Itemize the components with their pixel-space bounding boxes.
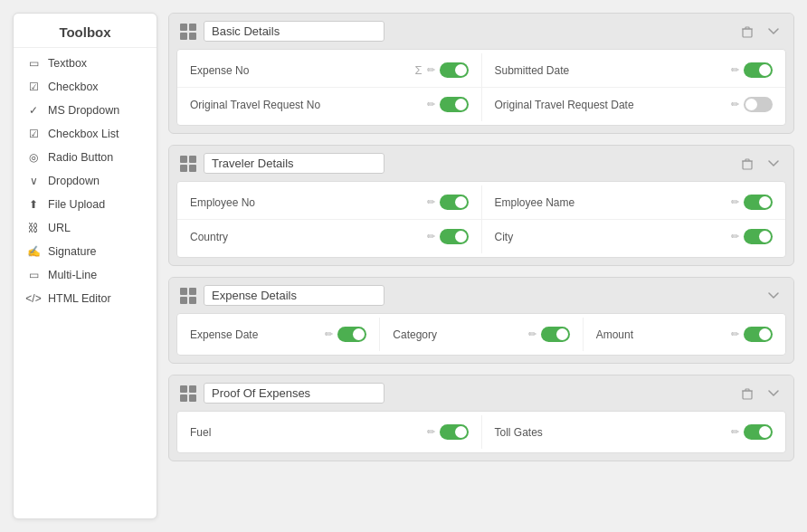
section-title-input-traveler-details[interactable]	[204, 153, 385, 174]
field-submitted-date: Submitted Date ✏	[482, 53, 786, 87]
collapse-button-expense-details[interactable]	[764, 290, 783, 301]
checkbox-list-icon: ☑	[26, 127, 41, 141]
section-title-input-basic-details[interactable]	[204, 21, 385, 42]
edit-icon-fuel[interactable]: ✏	[427, 426, 435, 438]
fields-area-basic-details: Expense No Σ ✏ Submitted Date ✏	[176, 49, 786, 126]
fields-row-traveler-0: Employee No ✏ Employee Name ✏	[177, 185, 785, 220]
section-actions-traveler-details	[737, 156, 783, 172]
edit-icon-toll-gates[interactable]: ✏	[731, 426, 739, 438]
field-actions-country: ✏	[427, 229, 469, 244]
section-header-expense-details	[169, 278, 793, 313]
field-label-submitted-date: Submitted Date	[495, 64, 726, 77]
toggle-amount[interactable]	[744, 327, 773, 342]
toggle-expense-date[interactable]	[337, 327, 366, 342]
field-actions-original-travel-date: ✏	[731, 97, 773, 112]
toolbox-label-checkbox-list: Checkbox List	[48, 128, 119, 140]
field-actions-employee-no: ✏	[427, 195, 469, 210]
field-label-employee-no: Employee No	[190, 196, 422, 209]
edit-icon-original-travel-date[interactable]: ✏	[731, 99, 739, 110]
toolbox-item-dropdown[interactable]: ∨ Dropdown	[14, 169, 157, 193]
section-actions-proof-of-expenses	[737, 385, 783, 402]
edit-icon-category[interactable]: ✏	[528, 328, 536, 340]
edit-icon-city[interactable]: ✏	[731, 231, 739, 242]
toolbox-item-checkbox[interactable]: ☑ Checkbox	[14, 75, 157, 99]
toolbox-item-checkbox-list[interactable]: ☑ Checkbox List	[14, 122, 157, 146]
svg-rect-1	[743, 161, 752, 169]
edit-icon-expense-no[interactable]: ✏	[427, 64, 435, 76]
delete-button-traveler-details[interactable]	[737, 156, 757, 172]
dropdown-icon: ∨	[26, 174, 41, 188]
field-label-expense-date: Expense Date	[190, 328, 319, 341]
field-toll-gates: Toll Gates ✏	[482, 415, 786, 449]
collapse-button-basic-details[interactable]	[764, 26, 783, 37]
signature-icon: ✍	[26, 244, 41, 259]
toolbox-item-multi-line[interactable]: ▭ Multi-Line	[14, 263, 157, 287]
edit-icon-original-travel-no[interactable]: ✏	[427, 99, 435, 110]
section-title-input-proof-of-expenses[interactable]	[204, 383, 385, 404]
section-traveler-details: Employee No ✏ Employee Name ✏ Countr	[168, 145, 794, 266]
toggle-country[interactable]	[440, 229, 469, 244]
section-actions-expense-details	[764, 290, 783, 301]
toggle-employee-no[interactable]	[440, 195, 469, 210]
field-country: Country ✏	[177, 220, 482, 253]
toolbox-item-ms-dropdown[interactable]: ✓ MS Dropdown	[14, 99, 157, 122]
toggle-original-travel-no[interactable]	[440, 97, 469, 112]
toolbox-item-signature[interactable]: ✍ Signature	[14, 240, 157, 263]
field-label-original-travel-date: Original Travel Request Date	[495, 99, 726, 111]
toggle-original-travel-date[interactable]	[744, 97, 773, 112]
section-grid-icon-proof-of-expenses	[180, 385, 196, 402]
toggle-employee-name[interactable]	[744, 195, 773, 210]
edit-icon-amount[interactable]: ✏	[731, 328, 739, 340]
collapse-button-traveler-details[interactable]	[764, 158, 783, 169]
field-fuel: Fuel ✏	[177, 415, 482, 449]
field-expense-date: Expense Date ✏	[177, 318, 380, 351]
field-actions-amount: ✏	[731, 327, 773, 342]
section-grid-icon-expense-details	[180, 288, 196, 304]
toggle-category[interactable]	[541, 327, 570, 342]
section-title-input-expense-details[interactable]	[204, 285, 385, 306]
toggle-expense-no[interactable]	[440, 62, 469, 78]
toolbox-item-html-editor[interactable]: </> HTML Editor	[14, 287, 157, 310]
toggle-city[interactable]	[744, 229, 773, 244]
textbox-icon: ▭	[26, 56, 41, 71]
checkbox-icon: ☑	[26, 80, 41, 94]
field-label-expense-no: Expense No	[190, 64, 409, 77]
section-header-traveler-details	[169, 146, 793, 181]
sigma-icon[interactable]: Σ	[414, 63, 422, 77]
field-actions-category: ✏	[528, 327, 570, 342]
toolbox-item-file-upload[interactable]: ⬆ File Upload	[14, 193, 157, 216]
field-expense-no: Expense No Σ ✏	[177, 53, 482, 87]
fields-row-0: Expense No Σ ✏ Submitted Date ✏	[177, 53, 785, 88]
toolbox-item-radio-button[interactable]: ◎ Radio Button	[14, 146, 157, 169]
field-label-amount: Amount	[596, 328, 726, 341]
toggle-toll-gates[interactable]	[744, 424, 773, 440]
edit-icon-expense-date[interactable]: ✏	[325, 328, 333, 340]
edit-icon-employee-no[interactable]: ✏	[427, 196, 435, 208]
fields-row-1: Original Travel Request No ✏ Original Tr…	[177, 88, 785, 121]
toggle-fuel[interactable]	[440, 424, 469, 440]
field-label-toll-gates: Toll Gates	[495, 426, 726, 439]
field-label-employee-name: Employee Name	[495, 196, 726, 209]
edit-icon-submitted-date[interactable]: ✏	[731, 64, 739, 76]
section-basic-details: Expense No Σ ✏ Submitted Date ✏	[168, 13, 794, 134]
delete-button-basic-details[interactable]	[737, 24, 757, 40]
field-employee-no: Employee No ✏	[177, 185, 482, 219]
toolbox-label-signature: Signature	[48, 245, 97, 258]
main-content: Expense No Σ ✏ Submitted Date ✏	[157, 0, 807, 532]
field-actions-employee-name: ✏	[731, 195, 773, 210]
delete-button-proof-of-expenses[interactable]	[737, 385, 757, 402]
toolbox-item-textbox[interactable]: ▭ Textbox	[14, 52, 157, 75]
edit-icon-country[interactable]: ✏	[427, 231, 435, 242]
toolbox-title: Toolbox	[14, 21, 157, 48]
field-original-travel-date: Original Travel Request Date ✏	[482, 88, 786, 121]
toolbox-label-radio-button: Radio Button	[48, 151, 113, 164]
url-icon: ⛓	[26, 221, 41, 235]
toggle-submitted-date[interactable]	[744, 62, 773, 78]
edit-icon-employee-name[interactable]: ✏	[731, 196, 739, 208]
toolbox: Toolbox ▭ Textbox ☑ Checkbox ✓ MS Dropdo…	[13, 13, 157, 519]
section-grid-icon-traveler-details	[180, 156, 196, 172]
field-label-city: City	[495, 231, 726, 243]
collapse-button-proof-of-expenses[interactable]	[764, 388, 783, 399]
field-label-category: Category	[393, 328, 522, 341]
toolbox-item-url[interactable]: ⛓ URL	[14, 216, 157, 240]
